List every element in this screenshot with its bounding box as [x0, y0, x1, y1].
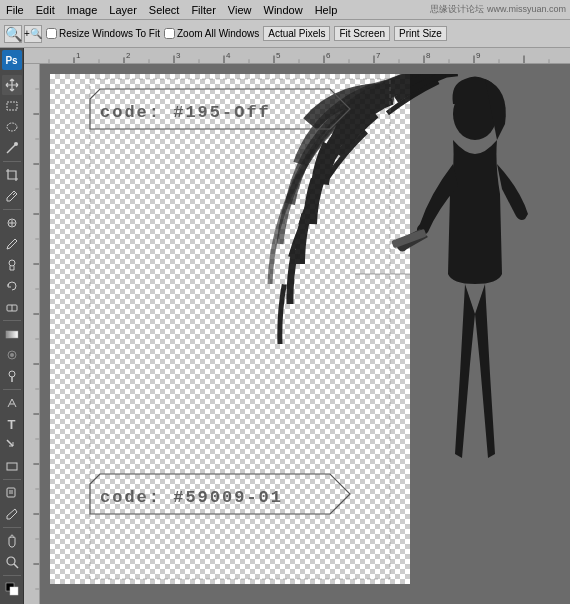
tool-shape[interactable]	[2, 456, 22, 476]
menubar: File Edit Image Layer Select Filter View…	[0, 0, 570, 20]
svg-text:7: 7	[376, 52, 380, 61]
tool-blur[interactable]	[2, 345, 22, 365]
tool-lasso[interactable]	[2, 117, 22, 137]
ps-canvas: code: #195-Off code: #59009-01	[40, 64, 570, 604]
svg-text:6: 6	[326, 52, 330, 61]
zoom-all-group: Zoom All Windows	[164, 28, 259, 39]
canvas-content: code: #195-Off code: #59009-01	[50, 74, 540, 584]
svg-text:4: 4	[226, 52, 231, 61]
svg-line-21	[14, 564, 18, 568]
tool-separator-5	[3, 479, 21, 480]
print-size-button[interactable]: Print Size	[394, 26, 447, 41]
menu-help[interactable]: Help	[309, 4, 344, 16]
zoom-all-label: Zoom All Windows	[177, 28, 259, 39]
svg-rect-55	[24, 64, 39, 604]
svg-rect-0	[7, 102, 17, 110]
svg-point-13	[10, 353, 14, 357]
tool-separator-4	[3, 389, 21, 390]
tool-separator-6	[3, 527, 21, 528]
toolbar: 🔍 +🔍 Resize Windows To Fit Zoom All Wind…	[0, 20, 570, 48]
tool-separator-1	[3, 161, 21, 162]
resize-windows-checkbox[interactable]	[46, 28, 57, 39]
svg-point-1	[7, 123, 17, 131]
tools-panel: Ps	[0, 48, 24, 604]
main-area: Ps	[0, 48, 570, 604]
menu-window[interactable]: Window	[258, 4, 309, 16]
tool-crop[interactable]	[2, 165, 22, 185]
svg-point-3	[14, 142, 18, 146]
menu-edit[interactable]: Edit	[30, 4, 61, 16]
svg-rect-16	[7, 463, 17, 470]
actual-pixels-button[interactable]: Actual Pixels	[263, 26, 330, 41]
tool-zoom[interactable]	[2, 552, 22, 572]
svg-rect-24	[24, 48, 570, 63]
tool-separator-3	[3, 320, 21, 321]
tool-history-brush[interactable]	[2, 276, 22, 296]
tool-pen[interactable]	[2, 393, 22, 413]
menu-image[interactable]: Image	[61, 4, 104, 16]
tool-dodge[interactable]	[2, 366, 22, 386]
tool-eyedropper[interactable]	[2, 186, 22, 206]
tool-gradient[interactable]	[2, 324, 22, 344]
ruler-left	[24, 64, 40, 604]
svg-text:2: 2	[126, 52, 130, 61]
ruler-top: ruler ticks 1 2 3 4 5 6 7	[24, 48, 570, 64]
fit-screen-button[interactable]: Fit Screen	[334, 26, 390, 41]
resize-windows-label: Resize Windows To Fit	[59, 28, 160, 39]
tool-hand[interactable]	[2, 531, 22, 551]
svg-rect-23	[10, 587, 18, 595]
tool-clone[interactable]	[2, 255, 22, 275]
tool-notes[interactable]	[2, 483, 22, 503]
zoom-out-button[interactable]: 🔍	[4, 25, 22, 43]
svg-text:code: #59009-01: code: #59009-01	[100, 488, 283, 507]
tool-separator-2	[3, 209, 21, 210]
tool-separator-7	[3, 575, 21, 576]
svg-text:9: 9	[476, 52, 480, 61]
tool-type[interactable]: T	[2, 414, 22, 434]
menu-select[interactable]: Select	[143, 4, 186, 16]
svg-point-8	[9, 260, 15, 266]
menu-layer[interactable]: Layer	[103, 4, 143, 16]
zoom-controls: 🔍 +🔍	[4, 25, 42, 43]
tool-brush[interactable]	[2, 234, 22, 254]
svg-text:code: #195-Off: code: #195-Off	[100, 103, 271, 122]
tool-magic-wand[interactable]	[2, 138, 22, 158]
resize-windows-group: Resize Windows To Fit	[46, 28, 160, 39]
svg-rect-11	[6, 331, 18, 338]
svg-point-14	[9, 371, 15, 377]
ps-logo: Ps	[2, 50, 22, 70]
tool-heal[interactable]	[2, 213, 22, 233]
tool-move[interactable]	[2, 75, 22, 95]
design-svg: code: #195-Off code: #59009-01	[50, 74, 540, 584]
tool-eraser[interactable]	[2, 297, 22, 317]
menu-file[interactable]: File	[0, 4, 30, 16]
menu-view[interactable]: View	[222, 4, 258, 16]
tool-path-select[interactable]	[2, 435, 22, 455]
svg-text:5: 5	[276, 52, 280, 61]
zoom-in-button[interactable]: +🔍	[24, 25, 42, 43]
svg-line-2	[7, 145, 15, 153]
svg-text:1: 1	[76, 52, 80, 61]
tool-eyedropper2[interactable]	[2, 504, 22, 524]
svg-text:8: 8	[426, 52, 430, 61]
tool-select-rect[interactable]	[2, 96, 22, 116]
svg-line-4	[13, 192, 16, 195]
watermark-text: 思缘设计论坛 www.missyuan.com	[430, 3, 570, 16]
tool-fg-bg[interactable]	[2, 579, 22, 599]
canvas-area[interactable]: ruler ticks 1 2 3 4 5 6 7	[24, 48, 570, 604]
svg-text:3: 3	[176, 52, 180, 61]
svg-point-20	[7, 557, 15, 565]
zoom-all-checkbox[interactable]	[164, 28, 175, 39]
menu-filter[interactable]: Filter	[185, 4, 221, 16]
